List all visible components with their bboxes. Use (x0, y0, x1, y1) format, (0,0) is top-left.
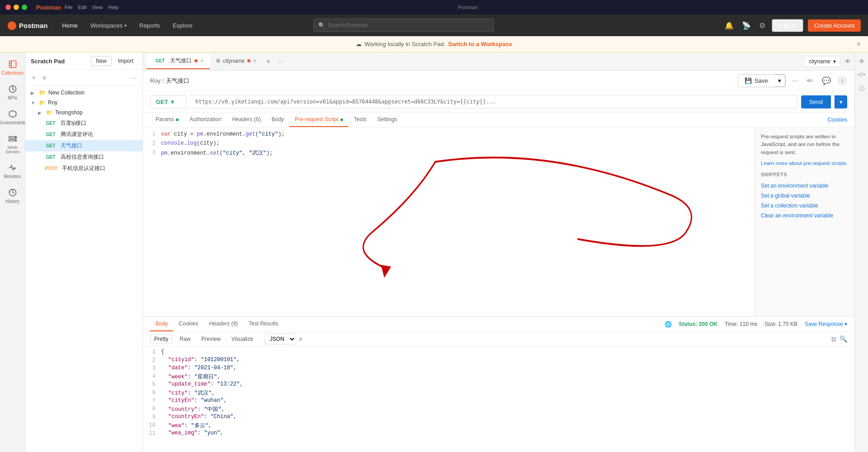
tesingshop-folder[interactable]: ▶ 📁 Tesingshop (25, 108, 142, 118)
format-pretty-btn[interactable]: Pretty (150, 334, 172, 344)
cookies-link[interactable]: Cookies (828, 117, 847, 123)
nav-reports[interactable]: Reports (134, 19, 165, 32)
banner-close-button[interactable]: × (857, 40, 861, 48)
info-icon[interactable]: i (837, 76, 847, 86)
wrap-icon[interactable]: ≡ (299, 335, 302, 343)
breadcrumb-root[interactable]: Roy (150, 77, 160, 84)
sign-in-button[interactable]: Sign In (772, 19, 803, 32)
tab-close-cityname[interactable]: × (253, 58, 256, 64)
nav-explore[interactable]: Explore (167, 19, 198, 32)
search-bar[interactable]: 🔍 (313, 19, 494, 32)
subtab-tests-label: Tests (354, 116, 367, 122)
response-tab-test-results[interactable]: Test Results (243, 317, 283, 331)
subtab-params[interactable]: Params (150, 113, 184, 127)
env-dropdown[interactable]: cityname ▾ (804, 56, 841, 67)
snippet-global-var[interactable]: Set a global variable (761, 191, 849, 201)
send-dropdown-button[interactable]: ▾ (835, 95, 847, 108)
filter-icon[interactable]: ≡ (41, 73, 48, 82)
menu-help[interactable]: Help (108, 5, 118, 10)
learn-more-link[interactable]: Learn more about pre-request scripts (761, 160, 846, 166)
save-response-button[interactable]: Save Response ▾ (805, 321, 847, 327)
menu-view[interactable]: View (92, 5, 103, 10)
format-json-select[interactable]: JSON (264, 334, 296, 344)
breadcrumb: Roy / 天气接口 (150, 77, 189, 85)
response-tab-cookies[interactable]: Cookies (173, 317, 203, 331)
jln-6: 6 (143, 389, 161, 396)
sidebar-item-history[interactable]: History (2, 184, 24, 207)
right-panel-code-icon[interactable]: </> (856, 70, 867, 80)
save-dropdown-button[interactable]: ▾ (774, 75, 785, 87)
format-visualize-btn[interactable]: Visualize (228, 334, 257, 344)
switch-workspace-link[interactable]: Switch to a Workspace (448, 41, 512, 47)
right-panel-info-icon[interactable]: ⓘ (857, 83, 866, 94)
baidu-api-item[interactable]: GET 百度ip接口 (25, 118, 142, 129)
code-editor[interactable]: 1 var city = pm.environment.get("city");… (143, 127, 755, 316)
create-account-button[interactable]: Create Account (808, 19, 861, 32)
more-options-icon[interactable]: ··· (130, 73, 139, 82)
tab-more-button[interactable]: ··· (274, 54, 286, 68)
send-button[interactable]: Send (801, 95, 831, 108)
sidebar-item-apis[interactable]: APIs (2, 81, 24, 104)
win-min-btn[interactable] (14, 5, 19, 10)
right-panel-expand-icon[interactable]: ⊕ (858, 56, 866, 66)
menu-file[interactable]: File (65, 5, 73, 10)
subtab-headers[interactable]: Headers (6) (226, 113, 266, 127)
new-collection-item[interactable]: ▶ 📁 New Collection (25, 88, 142, 98)
tab-add-button[interactable]: + (263, 54, 274, 69)
roy-folder[interactable]: ▼ 📁 Roy (25, 98, 142, 108)
jln-3: 3 (143, 365, 161, 372)
format-preview-btn[interactable]: Preview (198, 334, 224, 344)
menu-edit[interactable]: Edit (78, 5, 87, 10)
subtab-settings[interactable]: Settings (372, 113, 402, 127)
jln-7: 7 (143, 397, 161, 404)
tab-cityname[interactable]: ⊞ cityname × (210, 54, 263, 69)
snippet-collection-var[interactable]: Set a collection variable (761, 201, 849, 211)
import-button[interactable]: Import (114, 56, 137, 66)
phone-api-item[interactable]: POST 手机信息认证接口 (25, 163, 142, 174)
response-tab-body[interactable]: Body (150, 317, 173, 331)
tab-close-weather[interactable]: × (200, 58, 203, 64)
sidebar-item-collections[interactable]: Collections (2, 56, 24, 79)
response-size: Size: 1.75 KB (764, 321, 797, 327)
edit-icon[interactable]: ✏ (804, 75, 816, 87)
sidebar-item-monitors[interactable]: Monitors (2, 160, 24, 183)
notification-icon[interactable]: 🔔 (723, 19, 736, 32)
url-input[interactable] (190, 95, 797, 108)
win-max-btn[interactable] (22, 5, 27, 10)
search-input[interactable] (328, 22, 489, 28)
add-collection-icon[interactable]: ＋ (29, 73, 39, 83)
win-close-btn[interactable] (5, 5, 11, 10)
copy-icon[interactable]: ⧉ (831, 335, 836, 343)
sidebar-mock-servers-label: Mock Servers (4, 145, 22, 154)
comment-icon[interactable]: 💬 (819, 75, 834, 87)
snippet-clear-env-var[interactable]: Clear an environment variable (761, 211, 849, 221)
snippet-env-var[interactable]: Set an environment variable (761, 181, 849, 191)
response-tab-headers[interactable]: Headers (9) (204, 317, 243, 331)
env-chevron: ▾ (833, 58, 836, 65)
search-response-icon[interactable]: 🔍 (840, 335, 847, 343)
tencent-api-item[interactable]: GET 腾讯课堂评论 (25, 129, 142, 140)
save-button[interactable]: 💾 Save (738, 75, 774, 86)
new-button[interactable]: New (91, 56, 112, 66)
env-eye-icon[interactable]: 👁 (844, 58, 851, 65)
subtab-authorization[interactable]: Authorization (184, 113, 226, 127)
tab-weather-api[interactable]: GET 天气接口 × (146, 53, 210, 69)
sync-icon[interactable]: 📡 (740, 19, 753, 32)
nav-workspaces[interactable]: Workspaces ▾ (85, 19, 132, 32)
subtab-pre-request[interactable]: Pre-request Script (289, 113, 349, 127)
format-raw-btn[interactable]: Raw (176, 334, 194, 344)
subtab-tests[interactable]: Tests (349, 113, 372, 127)
header-more-button[interactable]: ··· (789, 75, 801, 87)
weather-api-item[interactable]: GET 天气接口 (25, 140, 142, 151)
method-selector[interactable]: GET ▾ (150, 95, 186, 108)
college-api-item[interactable]: GET 高校信息查询接口 (25, 151, 142, 163)
subtab-body[interactable]: Body (266, 113, 289, 127)
sidebar-item-mock-servers[interactable]: Mock Servers (2, 131, 24, 158)
settings-icon[interactable]: ⚙ (757, 19, 767, 32)
sidebar-item-environments[interactable]: Environments (2, 106, 24, 129)
json-line-11: 11 "wea_img": "yun", (143, 430, 854, 438)
chevron-down-icon: ▼ (31, 100, 36, 105)
banner-icon: ☁ (356, 41, 362, 47)
json-line-2: 2 "cityid": "101200101", (143, 357, 854, 365)
nav-home[interactable]: Home (57, 19, 83, 32)
